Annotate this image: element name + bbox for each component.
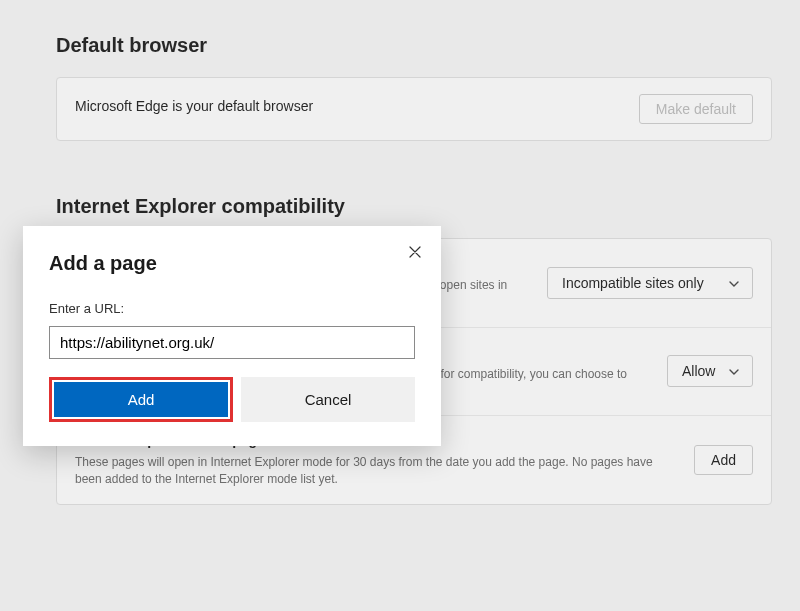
default-browser-status: Microsoft Edge is your default browser [75,98,619,114]
url-label: Enter a URL: [49,301,415,316]
cancel-button[interactable]: Cancel [241,377,415,422]
dialog-title: Add a page [49,252,415,275]
ie-open-sites-select[interactable]: Incompatible sites only [547,267,753,299]
ie-open-sites-select-value: Incompatible sites only [562,275,704,291]
default-browser-heading: Default browser [56,34,772,57]
url-input[interactable] [49,326,415,359]
add-button-highlight: Add [49,377,233,422]
make-default-button[interactable]: Make default [639,94,753,124]
close-icon[interactable] [403,240,427,264]
chevron-down-icon [728,278,738,288]
ie-mode-pages-desc: These pages will open in Internet Explor… [75,454,674,488]
ie-mode-pages-add-button[interactable]: Add [694,445,753,475]
chevron-down-icon [728,366,738,376]
add-page-dialog: Add a page Enter a URL: Add Cancel [23,226,441,446]
ie-reload-select[interactable]: Allow [667,355,753,387]
ie-reload-select-value: Allow [682,363,715,379]
add-button[interactable]: Add [54,382,228,417]
ie-compat-heading: Internet Explorer compatibility [56,195,772,218]
default-browser-card: Microsoft Edge is your default browser M… [56,77,772,141]
